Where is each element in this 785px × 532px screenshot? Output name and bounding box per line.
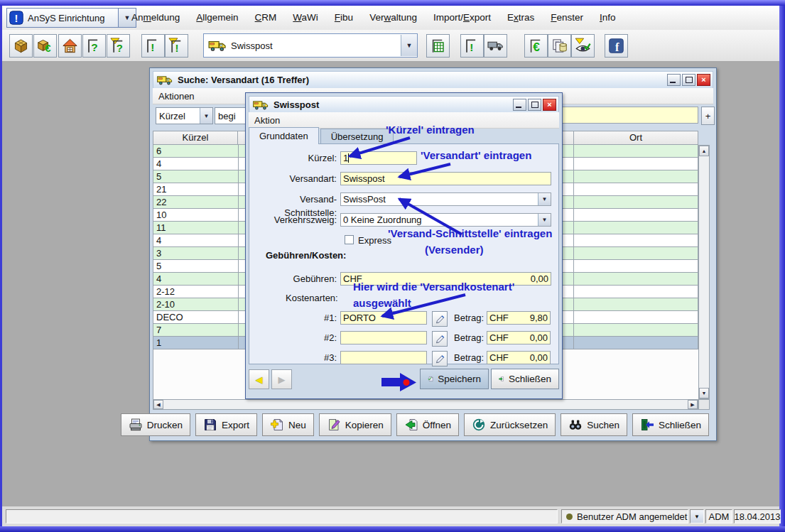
dialog-close-button[interactable]: ×	[543, 99, 556, 111]
menu-fibu[interactable]: Fibu	[335, 12, 353, 23]
toolbar-button-exclaim-hook[interactable]	[141, 34, 165, 58]
cell[interactable]: 2-10	[153, 298, 239, 311]
cell[interactable]	[574, 298, 698, 311]
dialog-close-action-button[interactable]: Schließen	[491, 369, 559, 389]
cell[interactable]	[574, 170, 698, 183]
toolbar-button-question-hook-flag[interactable]	[107, 34, 130, 58]
open-doc-button[interactable]: Öffnen	[396, 413, 459, 436]
menu-info[interactable]: Info	[600, 12, 616, 23]
cell[interactable]	[561, 209, 574, 222]
kostenart-2-picker-button[interactable]	[432, 331, 448, 347]
add-filter-button[interactable]: +	[701, 107, 715, 125]
vertical-scrollbar[interactable]: ▲ ▼	[698, 145, 710, 399]
cell[interactable]: 6	[153, 145, 239, 158]
cell[interactable]	[561, 273, 574, 286]
cell[interactable]	[561, 222, 574, 234]
scroll-down-icon[interactable]: ▼	[699, 388, 709, 398]
kostenart-2-field[interactable]	[340, 331, 427, 344]
new-doc-button[interactable]: Neu	[262, 413, 314, 436]
toolbar-button-eye-check[interactable]	[571, 34, 595, 58]
cell[interactable]	[574, 311, 698, 324]
kuerzel-field[interactable]: 1	[340, 151, 417, 165]
column-header[interactable]	[561, 131, 574, 145]
cell[interactable]	[574, 222, 698, 234]
express-checkbox[interactable]	[345, 235, 354, 244]
cell[interactable]	[574, 145, 698, 158]
betrag-1-field[interactable]: CHF 9,80	[487, 311, 551, 325]
cell[interactable]	[561, 183, 574, 196]
dialog-maximize-button[interactable]	[528, 99, 541, 111]
horizontal-scrollbar[interactable]: ◀ ▶	[153, 399, 698, 410]
toolbar-button-package-euro[interactable]	[33, 34, 57, 58]
menu-crm[interactable]: CRM	[255, 12, 277, 23]
cell[interactable]	[574, 209, 698, 222]
copy-doc-button[interactable]: Kopieren	[319, 413, 391, 436]
cell[interactable]: 5	[153, 260, 239, 273]
cell[interactable]: 4	[153, 234, 239, 247]
toolbar-button-truck-gray[interactable]	[484, 34, 507, 58]
scroll-right-icon[interactable]: ▶	[688, 400, 698, 409]
scroll-left-icon[interactable]: ◀	[153, 400, 163, 409]
schnittstelle-combobox[interactable]: SwissPost ▼	[340, 192, 551, 206]
save-button[interactable]: Speichern	[420, 369, 489, 389]
kostenart-1-picker-button[interactable]	[432, 311, 448, 327]
printer-button[interactable]: Drucken	[121, 413, 190, 436]
dialog-titlebar[interactable]: Swisspost ×	[249, 96, 559, 114]
cell[interactable]	[561, 311, 574, 324]
cell[interactable]: 22	[153, 196, 239, 209]
cell[interactable]	[574, 260, 698, 273]
cell[interactable]	[574, 234, 698, 247]
kostenart-3-field[interactable]	[340, 351, 427, 364]
chevron-down-icon[interactable]: ▼	[538, 193, 551, 205]
cell[interactable]	[574, 247, 698, 260]
cell[interactable]: 10	[153, 209, 239, 222]
menu-verwaltung[interactable]: Verwaltung	[369, 12, 417, 23]
menu-import-export[interactable]: Import/Export	[433, 12, 491, 23]
reset-button[interactable]: Zurücksetzen	[464, 413, 556, 436]
cell[interactable]: DECO	[153, 311, 239, 324]
cell[interactable]	[561, 298, 574, 311]
kostenart-1-field[interactable]: PORTO	[340, 311, 427, 325]
cell[interactable]	[561, 145, 574, 158]
cell[interactable]	[574, 324, 698, 337]
menu-anmeldung[interactable]: Anmeldung	[131, 12, 180, 23]
toolbar-button-question-hook[interactable]	[82, 34, 106, 58]
minimize-button[interactable]	[667, 74, 681, 86]
cell[interactable]	[561, 260, 574, 273]
cell[interactable]: 11	[153, 222, 239, 234]
menu-aktionen[interactable]: Aktionen	[153, 91, 195, 102]
nav-previous-button[interactable]: ◀	[249, 369, 269, 389]
export-floppy-button[interactable]: Export	[195, 413, 257, 436]
maximize-button[interactable]	[682, 74, 695, 86]
toolbar-button-exclaim-hook-flag[interactable]	[165, 34, 188, 58]
tab-uebersetzung[interactable]: Übersetzung	[320, 129, 394, 144]
cell[interactable]: 4	[153, 273, 239, 286]
column-header-kürzel[interactable]: Kürzel	[153, 131, 238, 145]
cell[interactable]	[574, 286, 698, 298]
dialog-minimize-button[interactable]	[513, 99, 526, 111]
cell[interactable]: 7	[153, 324, 239, 337]
cell[interactable]: 1	[153, 337, 239, 349]
betrag-2-field[interactable]: CHF 0,00	[487, 331, 551, 344]
versandart-field[interactable]: Swisspost	[340, 172, 551, 185]
cell[interactable]	[561, 324, 574, 337]
close-door-button[interactable]: Schließen	[632, 413, 709, 436]
cell[interactable]: 5	[153, 170, 239, 183]
menu-aktion[interactable]: Aktion	[249, 115, 280, 126]
cell[interactable]	[574, 183, 698, 196]
toolbar-button-package[interactable]	[9, 34, 33, 58]
quick-search-combobox[interactable]: Swisspost ▼	[203, 33, 418, 58]
chevron-down-icon[interactable]: ▼	[200, 108, 212, 124]
search-binoculars-button[interactable]: Suchen	[561, 413, 627, 436]
chevron-down-icon[interactable]: ▼	[538, 214, 551, 226]
betrag-3-field[interactable]: CHF 0,00	[487, 351, 551, 364]
cell[interactable]	[561, 196, 574, 209]
cell[interactable]	[561, 337, 574, 349]
menu-wawi[interactable]: WaWi	[293, 12, 318, 23]
cell[interactable]	[574, 337, 698, 349]
toolbar-button-euro-arrow[interactable]	[524, 34, 548, 58]
close-button[interactable]: ×	[697, 74, 710, 86]
column-header-ort[interactable]: Ort	[574, 131, 698, 145]
toolbar-button-exclaim-hook[interactable]	[460, 34, 484, 58]
cell[interactable]	[561, 158, 574, 170]
